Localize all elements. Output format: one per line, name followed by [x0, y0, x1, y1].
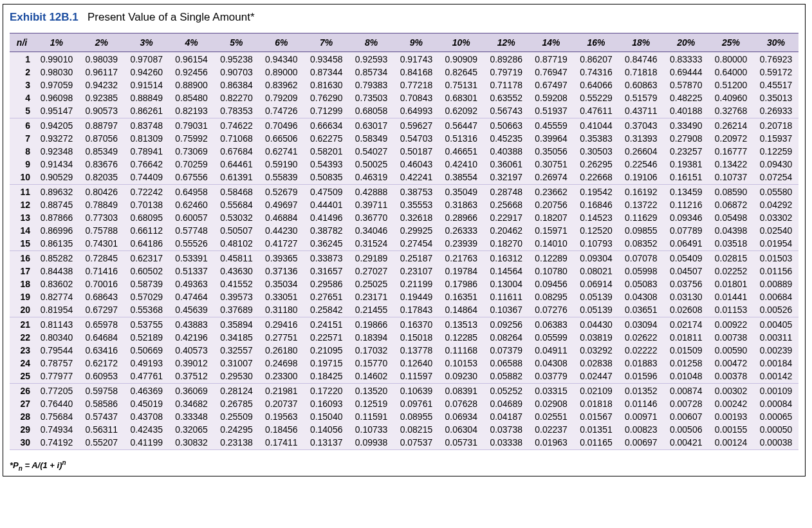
column-header: 4% — [169, 33, 214, 52]
pv-cell: 0.41199 — [124, 436, 169, 450]
pv-cell: 0.51200 — [708, 79, 753, 91]
pv-cell: 0.00728 — [663, 397, 708, 410]
pv-cell: 0.13137 — [304, 436, 349, 450]
pv-cell: 0.17032 — [349, 344, 394, 357]
pv-cell: 0.82774 — [34, 290, 79, 303]
pv-cell: 0.01352 — [618, 384, 663, 398]
pv-cell: 0.35049 — [439, 185, 484, 199]
pv-cell: 0.13513 — [439, 317, 484, 332]
pv-cell: 0.01146 — [618, 397, 663, 410]
pv-cell: 0.05580 — [753, 185, 798, 199]
pv-cell: 0.00526 — [753, 303, 798, 317]
pv-cell: 0.78849 — [79, 198, 124, 211]
pv-cell: 0.11591 — [349, 410, 394, 423]
pv-cell: 0.00421 — [663, 436, 708, 450]
pv-cell: 0.43708 — [124, 410, 169, 423]
table-row: 150.861350.743010.641860.555260.481020.4… — [10, 237, 798, 251]
pv-cell: 0.75131 — [439, 79, 484, 91]
pv-cell: 0.25842 — [304, 303, 349, 317]
footnote-formula: *Pn = A/(1 + i)n — [10, 459, 798, 472]
pv-cell: 0.29416 — [259, 317, 304, 332]
pv-cell: 0.34046 — [349, 224, 394, 237]
pv-cell: 0.92348 — [34, 145, 79, 158]
pv-cell: 0.83676 — [79, 158, 124, 171]
pv-cell: 0.01503 — [753, 251, 798, 265]
pv-cell: 0.08590 — [708, 185, 753, 199]
pv-cell: 0.40188 — [663, 104, 708, 118]
pv-cell: 0.84746 — [618, 52, 663, 66]
pv-cell: 0.86261 — [124, 104, 169, 118]
pv-cell: 0.61391 — [214, 171, 259, 185]
pv-cell: 0.32768 — [708, 104, 753, 118]
column-header: 18% — [618, 33, 663, 52]
pv-cell: 0.55839 — [259, 171, 304, 185]
pv-cell: 0.03130 — [663, 290, 708, 303]
pv-cell: 0.48102 — [214, 237, 259, 251]
pv-cell: 0.00405 — [753, 317, 798, 332]
pv-cell: 0.58739 — [124, 278, 169, 290]
pv-cell: 0.17411 — [259, 436, 304, 450]
row-period-n: 15 — [10, 237, 34, 251]
pv-cell: 0.00193 — [708, 410, 753, 423]
pv-cell: 0.77303 — [79, 211, 124, 224]
pv-cell: 0.07078 — [618, 251, 663, 265]
pv-cell: 0.50835 — [304, 171, 349, 185]
pv-cell: 0.49697 — [259, 198, 304, 211]
pv-cell: 0.18425 — [304, 370, 349, 384]
column-header: 25% — [708, 33, 753, 52]
pv-cell: 0.00472 — [708, 357, 753, 370]
pv-cell: 0.00142 — [753, 370, 798, 384]
pv-cell: 0.40388 — [484, 145, 529, 158]
pv-cell: 0.00038 — [753, 436, 798, 450]
pv-cell: 0.06934 — [439, 410, 484, 423]
pv-cell: 0.64993 — [394, 104, 439, 118]
pv-cell: 0.62092 — [439, 104, 484, 118]
table-header: n/i1%2%3%4%5%6%7%8%9%10%12%14%16%18%20%2… — [10, 33, 798, 52]
pv-cell: 0.60953 — [79, 370, 124, 384]
pv-cell: 0.04689 — [484, 397, 529, 410]
pv-cell: 0.97059 — [34, 79, 79, 91]
pv-cell: 0.46043 — [394, 158, 439, 171]
row-period-n: 1 — [10, 52, 34, 66]
table-row: 300.741920.552070.411990.308320.231380.1… — [10, 436, 798, 450]
pv-cell: 0.09256 — [484, 317, 529, 332]
column-header: 16% — [574, 33, 619, 52]
pv-cell: 0.26785 — [214, 397, 259, 410]
pv-cell: 0.57870 — [663, 79, 708, 91]
exhibit-subtitle: Present Value of a Single Amount* — [88, 11, 255, 23]
pv-cell: 0.01801 — [708, 278, 753, 290]
pv-cell: 0.97087 — [124, 52, 169, 66]
pv-cell: 0.00302 — [708, 384, 753, 398]
pv-cell: 0.22571 — [304, 331, 349, 344]
pv-cell: 0.03315 — [529, 384, 574, 398]
pv-cell: 0.51937 — [529, 104, 574, 118]
pv-cell: 0.15937 — [753, 132, 798, 145]
pv-cell: 0.02815 — [708, 251, 753, 265]
pv-cell: 0.29189 — [349, 251, 394, 265]
pv-cell: 0.49193 — [124, 357, 169, 370]
pv-cell: 0.70259 — [169, 158, 214, 171]
pv-cell: 0.32618 — [394, 211, 439, 224]
pv-cell: 0.05139 — [574, 290, 619, 303]
pv-cell: 0.76642 — [124, 158, 169, 171]
pv-cell: 0.00084 — [753, 397, 798, 410]
pv-cell: 0.68301 — [439, 91, 484, 104]
pv-cell: 0.70016 — [79, 278, 124, 290]
pv-cell: 0.87344 — [304, 66, 349, 79]
row-period-n: 17 — [10, 265, 34, 278]
pv-cell: 0.16370 — [394, 317, 439, 332]
column-header: 14% — [529, 33, 574, 52]
pv-cell: 0.96154 — [169, 52, 214, 66]
pv-cell: 0.31007 — [214, 357, 259, 370]
pv-cell: 0.64958 — [169, 185, 214, 199]
table-row: 10.990100.980390.970870.961540.952380.94… — [10, 52, 798, 66]
pv-cell: 0.12640 — [394, 357, 439, 370]
pv-cell: 0.47611 — [574, 104, 619, 118]
pv-cell: 0.11168 — [439, 344, 484, 357]
pv-cell: 0.62317 — [124, 251, 169, 265]
pv-cell: 0.64000 — [708, 66, 753, 79]
pv-cell: 0.45019 — [124, 397, 169, 410]
pv-cell: 0.07537 — [394, 436, 439, 450]
row-period-n: 25 — [10, 370, 34, 384]
table-row: 20.980300.961170.942600.924560.907030.89… — [10, 66, 798, 79]
